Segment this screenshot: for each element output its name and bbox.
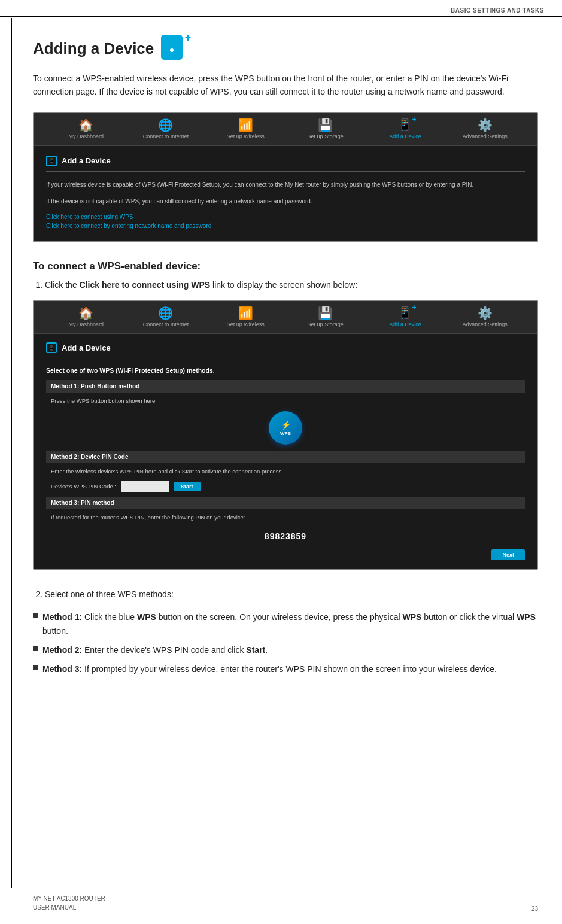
nav-label: Connect to Internet <box>143 133 189 139</box>
nav-storage-2[interactable]: 💾 Set up Storage <box>302 307 350 327</box>
footer-line1: MY NET AC1300 ROUTER <box>33 894 105 903</box>
method-1-text-part1: Click the blue <box>84 612 137 622</box>
method-1-suffix3: button. <box>42 626 68 636</box>
wps-method1-title: Method 1: Push Button method <box>46 380 525 393</box>
method-1-text: Method 1: Click the blue WPS button on t… <box>42 610 538 637</box>
wps-section-heading: To connect a WPS-enabled device: <box>33 260 538 272</box>
wps-next-button[interactable]: Next <box>491 549 525 560</box>
method-1-wps-bold: WPS <box>137 612 156 622</box>
wps-circle-button[interactable]: ⚡ WPS <box>269 411 302 445</box>
step-1-item: Click the Click here to connect using WP… <box>45 278 538 291</box>
wps-method3-title: Method 3: PIN method <box>46 497 525 509</box>
method-3-label: Method 3: <box>42 664 82 674</box>
nav-plus-icon: + <box>412 116 416 124</box>
method-2-text: Method 2: Enter the device's WPS PIN cod… <box>42 643 268 656</box>
wifi-icon-2: 📶 <box>238 307 253 319</box>
storage-icon-2: 💾 <box>318 307 333 319</box>
router-section-label: Add a Device <box>62 156 111 165</box>
router-body-text-1: If your wireless device is capable of WP… <box>46 180 525 190</box>
device-icon-2: 📱 <box>397 306 412 320</box>
router-screenshot-2: 🏠 My Dashboard 🌐 Connect to Internet 📶 S… <box>33 300 538 570</box>
method-2-label: Method 2: <box>42 645 82 655</box>
wps-method2-body: Enter the wireless device's WPS PIN here… <box>46 467 525 476</box>
wps-content: 📱 Add a Device Select one of two WPS (Wi… <box>34 334 537 569</box>
nav-storage[interactable]: 💾 Set up Storage <box>302 119 350 139</box>
step-1-text-suffix: link to display the screen shown below: <box>210 280 357 290</box>
nav-label: Advanced Settings <box>463 321 508 327</box>
method-2-start-bold: Start <box>246 645 265 655</box>
bullet-icon-1 <box>33 613 38 618</box>
method-3-item: Method 3: If prompted by your wireless d… <box>33 662 538 676</box>
method-1-label: Method 1: <box>42 612 82 622</box>
bullet-icon-3 <box>33 665 38 670</box>
method-2-text-part: Enter the device's WPS PIN code and clic… <box>84 645 246 655</box>
step-1-text-prefix: Click the <box>45 280 80 290</box>
nav-wireless-2[interactable]: 📶 Set up Wireless <box>221 307 269 327</box>
wps-button-label: WPS <box>280 431 291 436</box>
step-list-2: Select one of three WPS methods: <box>33 588 538 601</box>
nav-add-device[interactable]: 📱 + Add a Device <box>381 119 429 139</box>
router-link-wps[interactable]: Click here to connect using WPS <box>46 214 525 220</box>
nav-wireless[interactable]: 📶 Set up Wireless <box>221 119 269 139</box>
router-section-icon: 📱 <box>46 156 57 166</box>
nav-my-dashboard[interactable]: 🏠 My Dashboard <box>62 119 110 139</box>
page-title: Adding a Device <box>33 39 154 58</box>
gear-icon-2: ⚙️ <box>478 307 493 319</box>
bullet-icon-2 <box>33 646 38 651</box>
nav-advanced[interactable]: ⚙️ Advanced Settings <box>461 119 509 139</box>
method-list: Method 1: Click the blue WPS button on t… <box>33 610 538 676</box>
home-icon-2: 🏠 <box>78 307 93 319</box>
nav-connect-internet-2[interactable]: 🌐 Connect to Internet <box>142 307 190 327</box>
nav-label: Set up Wireless <box>227 133 265 139</box>
wps-next-row: Next <box>46 549 525 560</box>
nav-plus-icon-2: + <box>412 303 416 312</box>
tablet-icon <box>161 35 183 60</box>
intro-paragraph: To connect a WPS-enabled wireless device… <box>33 72 524 99</box>
add-device-icon: + <box>161 35 189 62</box>
step-1: Click the Click here to connect using WP… <box>33 278 538 291</box>
wps-pin-input[interactable] <box>121 481 169 492</box>
nav-label: Set up Storage <box>308 321 344 327</box>
nav-advanced-2[interactable]: ⚙️ Advanced Settings <box>461 307 509 327</box>
device-icon: 📱 <box>397 118 412 132</box>
nav-label: Set up Wireless <box>227 321 265 327</box>
wifi-icon: 📶 <box>238 119 253 131</box>
nav-label: Add a Device <box>389 133 421 139</box>
nav-label: My Dashboard <box>68 321 104 327</box>
globe-icon: 🌐 <box>158 119 173 131</box>
method-3-text: Method 3: If prompted by your wireless d… <box>42 662 497 676</box>
wps-method3-body: If requested for the router's WPS PIN, e… <box>46 513 525 522</box>
nav-add-device-2[interactable]: 📱 + Add a Device <box>381 307 429 327</box>
nav-connect-internet[interactable]: 🌐 Connect to Internet <box>142 119 190 139</box>
header-title: BASIC SETTINGS AND TASKS <box>451 7 544 14</box>
page-number: 23 <box>531 905 538 912</box>
step-list: Click the Click here to connect using WP… <box>33 278 538 291</box>
nav-my-dashboard-2[interactable]: 🏠 My Dashboard <box>62 307 110 327</box>
method-1-wps-bold2: WPS <box>402 612 421 622</box>
step-2-item: Select one of three WPS methods: <box>45 588 538 601</box>
step-1-link-bold: Click here to connect using WPS <box>80 280 211 290</box>
main-content: Adding a Device + To connect a WPS-enabl… <box>0 17 562 706</box>
method-2-suffix: . <box>265 645 268 655</box>
method-1-wps-bold3: WPS <box>517 612 536 622</box>
router-screenshot-1: 🏠 My Dashboard 🌐 Connect to Internet 📶 S… <box>33 112 538 242</box>
globe-icon-2: 🌐 <box>158 307 173 319</box>
step-2-intro: Select one of three WPS methods: <box>45 589 174 599</box>
gear-icon: ⚙️ <box>478 119 493 131</box>
wps-method1-body: Press the WPS button button shown here <box>46 396 525 405</box>
wps-intro-text: Select one of two WPS (Wi-Fi Protected S… <box>46 367 525 374</box>
nav-label: Add a Device <box>389 321 421 327</box>
footer-line2: USER MANUAL <box>33 903 105 912</box>
router-link-network[interactable]: Click here to connect by entering networ… <box>46 223 525 229</box>
wps-pin-label: Device's WPS PIN Code : <box>51 483 116 490</box>
wps-pin-code: 89823859 <box>46 527 525 546</box>
wps-method2-title: Method 2: Device PIN Code <box>46 451 525 463</box>
nav-label: Advanced Settings <box>463 133 508 139</box>
plus-icon: + <box>185 32 192 43</box>
wps-start-button[interactable]: Start <box>174 482 201 491</box>
router-section-title-1: 📱 Add a Device <box>46 156 525 172</box>
page-header: BASIC SETTINGS AND TASKS <box>0 0 562 17</box>
router-nav-1: 🏠 My Dashboard 🌐 Connect to Internet 📶 S… <box>34 113 537 146</box>
router-section-title-2: 📱 Add a Device <box>46 342 525 358</box>
method-2-item: Method 2: Enter the device's WPS PIN cod… <box>33 643 538 656</box>
